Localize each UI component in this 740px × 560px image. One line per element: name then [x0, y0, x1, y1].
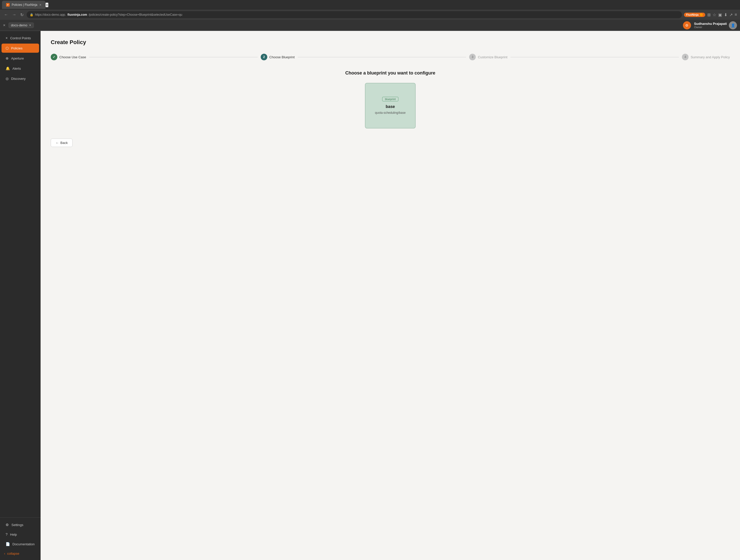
workspace-label: docs-demo	[11, 23, 27, 27]
step-summary-apply: 4 Summary and Apply Policy	[682, 54, 730, 60]
step-choose-use-case: ✓ Choose Use Case	[51, 54, 86, 60]
blueprint-cards-grid: blueprint base quota-scheduling/base	[51, 83, 730, 128]
lock-icon: 🔒	[30, 13, 33, 16]
sidebar-label-settings: Settings	[11, 523, 23, 527]
url-suffix: /policies/create-policy?step=Choose+Blue…	[89, 13, 182, 16]
discovery-icon: ◎	[6, 77, 9, 81]
active-tab[interactable]: P Policies | FluxNinja ×	[2, 1, 45, 9]
control-points-icon: ×	[6, 36, 8, 40]
blueprint-path: quota-scheduling/base	[375, 111, 406, 115]
step-circle-2: 2	[261, 54, 267, 60]
new-tab-button[interactable]: +	[45, 3, 49, 7]
app-toolbar: × docs-demo ▼ ⚙ Sudhanshu Prajapati Owne…	[0, 20, 740, 31]
sidebar-collapse-button[interactable]: ‹ collapse	[0, 549, 40, 558]
blueprint-tag: blueprint	[382, 97, 398, 101]
brand-name: FluxNinja	[686, 13, 699, 16]
url-prefix: https://docs-demo.app.	[35, 13, 66, 16]
brand-icon: 🟠	[700, 13, 703, 16]
sidebar-item-documentation[interactable]: 📄 Documentation	[2, 540, 39, 549]
help-icon: ?	[6, 532, 8, 537]
step-label-4: Summary and Apply Policy	[690, 55, 730, 59]
menu-icon[interactable]: ≡	[735, 12, 737, 17]
workspace-close-button[interactable]: ×	[3, 23, 5, 28]
sidebar-label-discovery: Discovery	[11, 77, 26, 81]
step-circle-3: 3	[469, 54, 476, 60]
user-avatar[interactable]: 👤	[729, 21, 737, 29]
aperture-icon: ⊕	[6, 56, 9, 60]
tab-favicon: P	[6, 3, 10, 7]
documentation-icon: 📄	[6, 542, 10, 546]
sidebar-label-policies: Policies	[11, 46, 22, 50]
star-icon[interactable]: ☆	[713, 12, 716, 17]
sidebar-item-settings[interactable]: ⚙ Settings	[2, 520, 39, 529]
sidebar-item-policies[interactable]: ⬡ Policies	[2, 43, 39, 53]
sidebar-item-help[interactable]: ? Help	[2, 530, 39, 539]
blueprint-name: base	[386, 104, 395, 109]
reload-button[interactable]: ↻	[19, 11, 25, 18]
step-label-3: Customize Blueprint	[478, 55, 507, 59]
navigation-bar: ← → ↻ 🔒 https://docs-demo.app.fluxninja.…	[0, 10, 740, 20]
sidebar-item-aperture[interactable]: ⊕ Aperture	[2, 54, 39, 63]
sidebar-label-documentation: Documentation	[12, 542, 34, 546]
blueprint-card-base[interactable]: blueprint base quota-scheduling/base	[365, 83, 415, 128]
sidebar-item-discovery[interactable]: ◎ Discovery	[2, 74, 39, 83]
workspace-selector[interactable]: docs-demo ▼	[8, 22, 34, 28]
user-role: Owner	[694, 26, 727, 29]
tab-bar: P Policies | FluxNinja × +	[0, 0, 740, 10]
extensions-icon[interactable]: ⊞	[707, 12, 711, 17]
policies-icon: ⬡	[6, 46, 9, 50]
page-title: Create Policy	[51, 39, 730, 45]
browser-nav-icons: ⊞ ☆ ▣ ⬇ ↗ ≡	[707, 12, 737, 17]
sidebar-item-alerts[interactable]: 🔔 Alerts	[2, 64, 39, 73]
back-button[interactable]: ← Back	[51, 139, 73, 147]
sidebar: × Control Points ⬡ Policies ⊕ Aperture 🔔…	[0, 31, 40, 560]
stepper: ✓ Choose Use Case 2 Choose Blueprint 3 C…	[51, 54, 730, 60]
step-label-2: Choose Blueprint	[269, 55, 295, 59]
step-label-1: Choose Use Case	[59, 55, 86, 59]
sidebar-label-control-points: Control Points	[10, 36, 31, 40]
step-circle-1: ✓	[51, 54, 57, 60]
back-nav-button[interactable]: ←	[3, 11, 9, 18]
step-choose-blueprint: 2 Choose Blueprint	[261, 54, 295, 60]
step-circle-4: 4	[682, 54, 688, 60]
sidebar-bottom: ⚙ Settings ? Help 📄 Documentation ‹ coll…	[0, 518, 40, 558]
screenshot-icon[interactable]: ⬇	[724, 12, 727, 17]
sidebar-label-aperture: Aperture	[11, 57, 24, 60]
address-bar[interactable]: 🔒 https://docs-demo.app.fluxninja.com/po…	[27, 11, 682, 18]
alerts-icon: 🔔	[6, 67, 10, 71]
workspace-dropdown-icon: ▼	[29, 24, 31, 27]
tab-title: Policies | FluxNinja	[12, 3, 37, 7]
sidebar-toggle-icon[interactable]: ▣	[718, 12, 722, 17]
user-info: Sudhanshu Prajapati Owner 👤	[694, 21, 737, 29]
sidebar-item-control-points[interactable]: × Control Points	[2, 33, 39, 42]
settings-gear-button[interactable]: ⚙	[683, 21, 691, 29]
main-layout: × Control Points ⬡ Policies ⊕ Aperture 🔔…	[0, 31, 740, 560]
blueprint-section: Choose a blueprint you want to configure…	[51, 71, 730, 128]
back-label: Back	[60, 141, 68, 145]
user-name: Sudhanshu Prajapati	[694, 22, 727, 26]
url-bold: fluxninja.com	[68, 13, 87, 16]
settings-icon: ⚙	[6, 523, 9, 527]
collapse-label: collapse	[7, 552, 19, 555]
toolbar-right: ⚙ Sudhanshu Prajapati Owner 👤	[683, 21, 737, 29]
blueprint-heading: Choose a blueprint you want to configure	[51, 71, 730, 76]
back-arrow-icon: ←	[56, 141, 59, 145]
brand-badge: FluxNinja 🟠	[684, 13, 705, 17]
page-container: Create Policy ✓ Choose Use Case 2 Choose…	[40, 31, 740, 155]
collapse-icon: ‹	[4, 552, 5, 555]
step-customize-blueprint: 3 Customize Blueprint	[469, 54, 507, 60]
tab-close-button[interactable]: ×	[39, 3, 41, 7]
forward-nav-button[interactable]: →	[11, 11, 17, 18]
share-icon[interactable]: ↗	[729, 12, 733, 17]
sidebar-label-help: Help	[10, 533, 17, 537]
content-area: Create Policy ✓ Choose Use Case 2 Choose…	[40, 31, 740, 560]
sidebar-label-alerts: Alerts	[12, 67, 21, 71]
